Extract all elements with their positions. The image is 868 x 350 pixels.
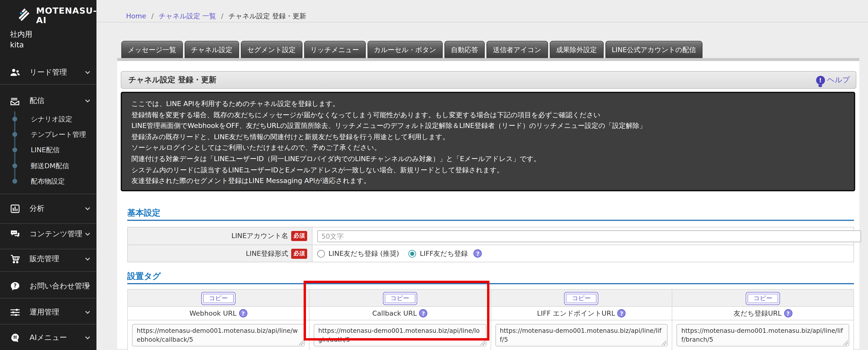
- notice-line: 登録情報を変更する場合、既存の友だちにメッセージが届かなくなってしまう可能性があ…: [131, 109, 844, 120]
- friend-registration-url-textarea[interactable]: https://motenasu-demo001.motenasu.biz/ap…: [677, 324, 849, 346]
- page-title: チャネル設定 登録・更新: [128, 75, 216, 85]
- chevron-down-icon: [84, 69, 91, 76]
- breadcrumb: Home / チャネル設定 一覧 / チャネル設定 登録・更新: [126, 12, 306, 21]
- question-mark-icon[interactable]: ?: [419, 309, 428, 317]
- chevron-down-icon: [84, 309, 91, 316]
- header-divider: [96, 22, 868, 23]
- sidebar-item-label: 分析: [30, 204, 44, 213]
- callback-url-label: Callback URL: [372, 309, 417, 317]
- sidebar-divider: [0, 271, 96, 272]
- table-row: LINEアカウント名必須: [128, 227, 854, 245]
- callback-url-textarea[interactable]: https://motenasu-demo001.motenasu.biz/ap…: [313, 324, 486, 346]
- question-mark-icon[interactable]: ?: [617, 309, 626, 317]
- logo-pen-icon: [17, 8, 32, 23]
- sidebar-divider: [0, 84, 96, 85]
- logo-text: MOTENASU-AI: [36, 6, 97, 25]
- sidebar-subitem-scenario[interactable]: シナリオ設定: [0, 113, 96, 125]
- copy-friend-registration-url-button[interactable]: コピー: [746, 292, 780, 305]
- sidebar-item-analysis[interactable]: 分析: [0, 200, 96, 217]
- submenu-label: 郵送DM配信: [31, 162, 69, 170]
- sidebar-subitem-distribution[interactable]: 配布物設定: [0, 175, 96, 187]
- chevron-down-icon: [84, 97, 91, 104]
- tab-line-official-delivery[interactable]: LINE公式アカウントの配信: [605, 41, 703, 58]
- tag-settings-table: コピー コピー コピー コピー Webhook URL? Callback UR…: [127, 289, 854, 350]
- chevron-down-icon: [84, 230, 91, 237]
- bullet-dot-icon: [12, 179, 17, 183]
- question-mark-icon[interactable]: ?: [474, 249, 482, 258]
- tab-carousel-button[interactable]: カルーセル・ボタン: [367, 41, 443, 58]
- radio-liff-friend-registration[interactable]: [408, 250, 416, 257]
- submenu-label: シナリオ設定: [31, 115, 72, 123]
- section-underline: [127, 283, 854, 284]
- main-area: Home / チャネル設定 一覧 / チャネル設定 登録・更新 メッセージ一覧 …: [96, 0, 868, 350]
- logo[interactable]: MOTENASU-AI: [17, 6, 97, 25]
- liff-endpoint-url-textarea[interactable]: https://motenasu-demo001.motenasu.biz/ap…: [495, 324, 668, 346]
- sidebar: MOTENASU-AI 社内用 kita リード管理: [0, 0, 96, 350]
- line-account-name-label: LINEアカウント名: [231, 232, 288, 240]
- cart-icon: [9, 253, 21, 265]
- basic-settings-table: LINEアカウント名必須 LINE登録形式必須 LINE友だち登録 (推奨): [127, 227, 854, 262]
- tab-bar: メッセージ一覧 チャネル設定 セグメント設定 リッチメニュー カルーセル・ボタン…: [121, 41, 704, 58]
- tab-message-list[interactable]: メッセージ一覧: [121, 41, 183, 58]
- sidebar-divider: [0, 249, 96, 249]
- question-mark-icon[interactable]: ?: [784, 309, 792, 317]
- submenu-label: 配布物設定: [31, 177, 65, 186]
- sidebar-subitem-postal-dm[interactable]: 郵送DM配信: [0, 160, 96, 172]
- sidebar-item-label: 販売管理: [30, 254, 59, 264]
- sidebar-item-lead-management[interactable]: リード管理: [0, 63, 96, 81]
- webhook-url-textarea[interactable]: https://motenasu-demo001.motenasu.biz/ap…: [132, 324, 305, 346]
- copy-liff-endpoint-url-button[interactable]: コピー: [564, 292, 598, 305]
- notice-line: ソーシャルログインとしてはご利用いただけませんので、予めご了承ください。: [131, 142, 844, 153]
- notice-line: 関連付ける対象データは「LINEユーザーID（同一LINEプロバイダ内でのLIN…: [131, 153, 844, 165]
- bullet-dot-icon: [12, 147, 17, 152]
- breadcrumb-channel-list-link[interactable]: チャネル設定 一覧: [159, 12, 216, 20]
- tab-channel-settings[interactable]: チャネル設定: [184, 41, 239, 58]
- env-label: 社内用: [10, 30, 32, 40]
- tab-rich-menu[interactable]: リッチメニュー: [304, 41, 366, 58]
- sidebar-item-ai-menu[interactable]: AIメニュー: [0, 329, 96, 346]
- copy-callback-url-button[interactable]: コピー: [383, 292, 417, 305]
- sidebar-item-content-management[interactable]: コンテンツ管理: [0, 225, 96, 243]
- help-label: ヘルプ: [827, 75, 850, 85]
- radio-line-friend-registration[interactable]: [317, 250, 325, 257]
- breadcrumb-current: チャネル設定 登録・更新: [228, 12, 306, 20]
- notice-box: ここでは、LINE APIを利用するためのチャネル設定を登録します。 登録情報を…: [121, 92, 855, 191]
- svg-text:?: ?: [13, 283, 16, 288]
- tab-auto-reply[interactable]: 自動応答: [444, 41, 485, 58]
- table-row: コピー コピー コピー コピー: [128, 289, 854, 307]
- radio-label: LIFF友だち登録: [420, 249, 468, 258]
- liff-endpoint-url-label: LIFF エンドポイントURL: [537, 309, 615, 318]
- submenu-label: テンプレート管理: [31, 130, 86, 139]
- chevron-down-icon: [84, 255, 91, 262]
- webhook-url-label: Webhook URL: [189, 309, 237, 317]
- tag-settings-heading: 設置タグ: [127, 271, 161, 282]
- user-name: kita: [10, 40, 24, 49]
- breadcrumb-separator: /: [151, 12, 154, 20]
- help-link[interactable]: ! ヘルプ: [816, 75, 850, 85]
- sidebar-item-delivery[interactable]: 配信: [0, 92, 96, 110]
- ai-head-icon: [9, 332, 21, 344]
- line-registration-type-label: LINE登録形式: [246, 249, 288, 257]
- line-account-name-input[interactable]: [317, 230, 861, 242]
- submenu-label: LINE配信: [31, 145, 60, 154]
- breadcrumb-separator: /: [221, 12, 223, 20]
- tab-segment-settings[interactable]: セグメント設定: [241, 41, 302, 58]
- bar-chart-icon: [9, 203, 21, 214]
- tab-result-exclusion[interactable]: 成果除外設定: [550, 41, 603, 58]
- notice-line: ここでは、LINE APIを利用するためのチャネル設定を登録します。: [131, 98, 844, 109]
- basic-settings-heading: 基本設定: [127, 208, 160, 218]
- sidebar-item-operation-management[interactable]: 運用管理: [0, 303, 96, 321]
- question-bubble-icon: ?: [9, 280, 21, 292]
- sidebar-subitem-template[interactable]: テンプレート管理: [0, 128, 96, 140]
- sidebar-item-label: お問い合わせ管理: [30, 281, 90, 291]
- bullet-dot-icon: [12, 132, 17, 137]
- sliders-icon: [9, 306, 21, 318]
- sidebar-item-sales-management[interactable]: 販売管理: [0, 250, 96, 268]
- copy-webhook-url-button[interactable]: コピー: [201, 292, 236, 305]
- sidebar-item-inquiry-management[interactable]: ? お問い合わせ管理: [0, 277, 96, 295]
- sidebar-item-label: AIメニュー: [30, 332, 67, 343]
- question-mark-icon[interactable]: ?: [239, 309, 247, 317]
- breadcrumb-home-link[interactable]: Home: [126, 12, 146, 20]
- sidebar-subitem-line-delivery[interactable]: LINE配信: [0, 144, 96, 156]
- tab-sender-icon[interactable]: 送信者アイコン: [487, 41, 548, 58]
